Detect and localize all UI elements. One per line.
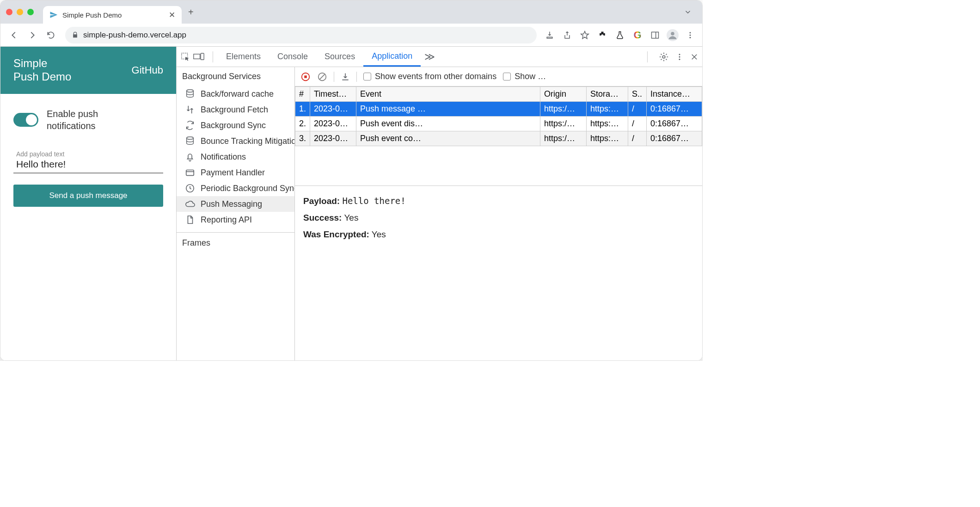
install-icon[interactable] [542,28,557,43]
send-push-button[interactable]: Send a push message [13,185,163,207]
file-icon [185,215,195,225]
more-icon[interactable] [675,53,684,61]
tab-application[interactable]: Application [363,47,421,67]
svg-point-15 [187,137,194,140]
svg-point-11 [679,54,680,55]
tabs-overflow-icon[interactable]: ≫ [421,47,439,67]
settings-icon[interactable] [659,52,669,62]
page-title: SimplePush Demo [13,57,71,84]
svg-rect-16 [186,170,194,176]
enable-push-row: Enable pushnotifications [13,108,163,132]
sidebar-item-notifications[interactable]: Notifications [177,149,294,165]
inspect-icon[interactable] [180,52,193,62]
tab-sources[interactable]: Sources [316,47,363,67]
reload-button[interactable] [42,26,60,44]
svg-line-22 [320,74,325,79]
clock-icon [185,183,195,193]
devtools-tabbar: Elements Console Sources Application ≫ [177,47,702,67]
address-bar[interactable]: simple-push-demo.vercel.app [65,27,537,43]
sidebar-item-payment[interactable]: Payment Handler [177,165,294,180]
devtools-sidebar: Background Services Back/forward cache B… [177,67,295,360]
svg-point-12 [679,56,680,57]
sync-icon [185,120,195,130]
sidebar-item-push[interactable]: Push Messaging [177,196,294,212]
show-truncated-checkbox[interactable]: Show … [503,72,546,81]
url-text: simple-push-demo.vercel.app [83,31,186,40]
share-icon[interactable] [560,28,575,43]
close-window[interactable] [6,9,12,15]
browser-toolbar: simple-push-demo.vercel.app G [0,24,702,47]
lock-icon [72,31,79,38]
github-link[interactable]: GitHub [132,64,163,76]
page-body: Enable pushnotifications Add payload tex… [0,94,176,221]
tab-elements[interactable]: Elements [218,47,269,67]
svg-rect-8 [194,54,200,59]
sidebar-item-reporting[interactable]: Reporting API [177,212,294,228]
google-icon[interactable]: G [630,28,645,43]
svg-rect-9 [201,53,204,60]
svg-point-13 [679,58,680,60]
table-row[interactable]: 2.2023-0…Push event dis…https:/…https:…/… [295,117,702,131]
transfer-icon [185,105,195,115]
device-icon[interactable] [193,52,208,62]
clear-icon[interactable] [317,72,327,82]
enable-push-toggle[interactable] [13,113,38,127]
devtools-main: Show events from other domains Show … #T… [295,67,702,360]
payload-field[interactable]: Add payload text Hello there! [13,146,163,173]
sidebar-item-periodic[interactable]: Periodic Background Sync [177,180,294,196]
download-icon[interactable] [341,72,350,81]
table-row[interactable]: 3.2023-0…Push event co…https:/…https:…/0… [295,131,702,146]
sidebar-item-bgfetch[interactable]: Background Fetch [177,102,294,117]
record-icon[interactable] [300,72,311,82]
content-area: SimplePush Demo GitHub Enable pushnotifi… [0,47,702,360]
tab-console[interactable]: Console [269,47,316,67]
sidebar-section-bgservices: Background Services [177,67,294,86]
tab-title: Simple Push Demo [62,11,122,19]
svg-rect-0 [652,32,659,38]
enable-push-label: Enable pushnotifications [47,108,98,132]
back-button[interactable] [5,26,23,44]
browser-window: Simple Push Demo ✕ + simple-push-demo.ve… [0,0,703,361]
devtools-panel: Elements Console Sources Application ≫ B… [176,47,702,360]
devtools-body: Background Services Back/forward cache B… [177,67,702,360]
minimize-window[interactable] [17,9,23,15]
svg-point-10 [662,56,665,58]
database-icon [185,89,195,99]
close-tab-icon[interactable]: ✕ [169,10,175,20]
card-icon [185,167,195,178]
maximize-window[interactable] [27,9,34,15]
svg-point-14 [187,90,194,93]
bell-icon [185,152,195,162]
sidebar-item-bgsync[interactable]: Background Sync [177,117,294,133]
payload-label: Add payload text [16,150,160,158]
chevron-down-icon[interactable] [684,8,692,16]
browser-tab[interactable]: Simple Push Demo ✕ [43,6,182,24]
page-header: SimplePush Demo GitHub [0,47,176,94]
sidebar-item-bfcache[interactable]: Back/forward cache [177,86,294,102]
svg-point-5 [690,34,691,36]
sidebar-section-frames: Frames [177,232,294,253]
labs-icon[interactable] [612,28,627,43]
events-toolbar: Show events from other domains Show … [295,67,702,87]
extensions-icon[interactable] [595,28,610,43]
table-row[interactable]: 1.2023-0…Push message …https:/…https:…/0… [295,102,702,117]
new-tab-button[interactable]: + [188,7,194,18]
events-table[interactable]: #Timest…EventOriginStora…S..Instance… 1.… [295,87,702,185]
close-devtools-icon[interactable] [690,53,698,61]
window-controls [6,9,34,15]
svg-point-6 [690,37,691,38]
side-panel-icon[interactable] [648,28,662,43]
event-detail: Payload: Hello there! Success: Yes Was E… [295,185,702,249]
cloud-icon [185,199,195,209]
profile-icon[interactable] [665,28,680,43]
show-other-domains-checkbox[interactable]: Show events from other domains [363,72,496,81]
bookmark-icon[interactable] [577,28,592,43]
tab-strip: Simple Push Demo ✕ + [0,0,702,24]
menu-icon[interactable] [683,28,698,43]
svg-point-4 [690,32,691,33]
page-viewport: SimplePush Demo GitHub Enable pushnotifi… [0,47,176,360]
forward-button[interactable] [24,26,41,44]
database-icon [185,136,195,146]
sidebar-item-bounce[interactable]: Bounce Tracking Mitigations [177,133,294,149]
table-header-row: #Timest…EventOriginStora…S..Instance… [295,87,702,102]
